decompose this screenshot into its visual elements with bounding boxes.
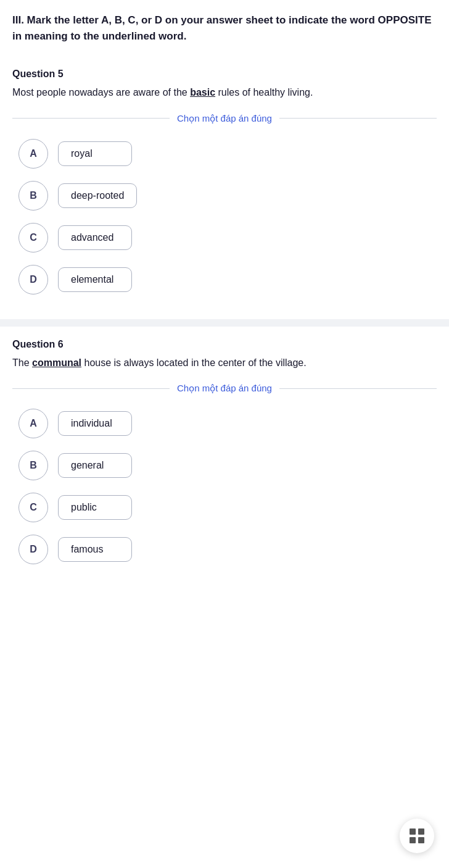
q5-option-d[interactable]: D elemental bbox=[19, 265, 437, 294]
q6-option-b-circle: B bbox=[19, 451, 48, 480]
q5-option-c-circle: C bbox=[19, 223, 48, 252]
fab-grid-cell-4 bbox=[418, 837, 424, 843]
q6-option-a[interactable]: A individual bbox=[19, 409, 437, 438]
q6-option-d[interactable]: D famous bbox=[19, 535, 437, 564]
q6-option-a-box: individual bbox=[58, 411, 132, 436]
q5-option-a[interactable]: A royal bbox=[19, 139, 437, 169]
q6-option-c[interactable]: C public bbox=[19, 493, 437, 522]
q5-option-b-circle: B bbox=[19, 181, 48, 211]
instructions-text: III. Mark the letter A, B, C, or D on yo… bbox=[12, 12, 437, 44]
question-6-block: Question 6 The communal house is always … bbox=[0, 327, 449, 583]
q6-chooser-label: Chọn một đáp án đúng bbox=[12, 383, 437, 394]
question-6-text: The communal house is always located in … bbox=[12, 355, 437, 371]
q6-text-before: The bbox=[12, 357, 32, 368]
question-6-title: Question 6 bbox=[12, 339, 437, 350]
q5-option-c-box: advanced bbox=[58, 225, 132, 250]
q6-option-b[interactable]: B general bbox=[19, 451, 437, 480]
q5-option-b[interactable]: B deep-rooted bbox=[19, 181, 437, 211]
q5-text-after: rules of healthy living. bbox=[215, 87, 313, 98]
section-separator bbox=[0, 319, 449, 327]
q6-option-c-box: public bbox=[58, 495, 132, 520]
fab-grid-menu-button[interactable] bbox=[400, 819, 434, 853]
q6-option-d-circle: D bbox=[19, 535, 48, 564]
q6-option-d-box: famous bbox=[58, 537, 132, 562]
fab-grid-cell-1 bbox=[410, 828, 416, 835]
question-5-block: Question 5 Most people nowadays are awar… bbox=[0, 56, 449, 313]
q5-option-a-circle: A bbox=[19, 139, 48, 169]
q6-underlined-word: communal bbox=[32, 357, 81, 368]
instructions-section: III. Mark the letter A, B, C, or D on yo… bbox=[0, 0, 449, 44]
q5-chooser-label: Chọn một đáp án đúng bbox=[12, 113, 437, 124]
q5-text-before: Most people nowadays are aware of the bbox=[12, 87, 190, 98]
q6-option-c-circle: C bbox=[19, 493, 48, 522]
q6-option-a-circle: A bbox=[19, 409, 48, 438]
question-5-title: Question 5 bbox=[12, 69, 437, 80]
q6-text-after: house is always located in the center of… bbox=[81, 357, 307, 368]
q5-option-b-box: deep-rooted bbox=[58, 183, 137, 208]
fab-grid-icon bbox=[410, 828, 424, 843]
q5-option-d-box: elemental bbox=[58, 267, 132, 292]
q5-option-a-box: royal bbox=[58, 141, 132, 166]
q5-underlined-word: basic bbox=[190, 87, 215, 98]
question-5-text: Most people nowadays are aware of the ba… bbox=[12, 85, 437, 101]
q6-option-b-box: general bbox=[58, 453, 132, 478]
q5-option-c[interactable]: C advanced bbox=[19, 223, 437, 252]
q6-options-list: A individual B general C public D famous bbox=[12, 409, 437, 564]
q5-options-list: A royal B deep-rooted C advanced D eleme… bbox=[12, 139, 437, 294]
fab-grid-cell-3 bbox=[410, 837, 416, 843]
fab-grid-cell-2 bbox=[418, 828, 424, 835]
q5-option-d-circle: D bbox=[19, 265, 48, 294]
